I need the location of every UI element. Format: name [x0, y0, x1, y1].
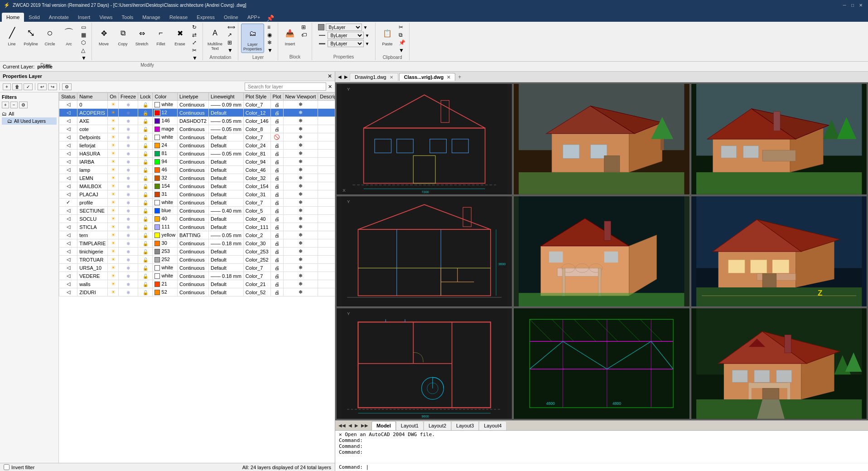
cell-lock[interactable]: 🔓	[138, 158, 153, 166]
cell-new-vp[interactable]: ❄	[283, 150, 318, 158]
viewport-cell-6[interactable]: Z	[691, 196, 867, 307]
table-row[interactable]: ◁ ACOPERIS ☀ ❄ 🔓 12 Continuous Default C…	[59, 109, 335, 117]
viewport-cell-1[interactable]: Y X	[336, 83, 512, 195]
viewport-cell-7[interactable]: Y 9	[336, 308, 512, 419]
cell-color[interactable]: 94	[153, 158, 178, 166]
cell-color[interactable]: white	[153, 199, 178, 207]
more-clipboard-button[interactable]: ▼	[397, 47, 406, 54]
table-row[interactable]: ◁ lamp ☀ ❄ 🔓 46 Continuous Default Color…	[59, 166, 335, 174]
cell-linetype[interactable]: Continuous	[178, 288, 209, 296]
cell-linetype[interactable]: Continuous	[178, 141, 209, 150]
cell-on[interactable]: ☀	[108, 174, 119, 182]
cell-on[interactable]: ☀	[108, 239, 119, 248]
cell-new-vp[interactable]: ❄	[283, 125, 318, 133]
rectangle-button[interactable]: ▭	[80, 24, 89, 31]
cell-lock[interactable]: 🔓	[138, 248, 153, 256]
cell-color[interactable]: white	[153, 101, 178, 109]
cell-color[interactable]: 30	[153, 239, 178, 248]
layer-properties-button[interactable]: 🗂 LayerProperties	[241, 24, 264, 53]
cell-name[interactable]: tern	[77, 231, 108, 239]
cell-plot-style[interactable]: Color_30	[243, 239, 270, 248]
cell-plot-style[interactable]: Color_7	[243, 272, 270, 280]
cell-linetype[interactable]: Continuous	[178, 133, 209, 141]
tab-annotate[interactable]: Annotate	[44, 13, 73, 22]
cell-new-vp[interactable]: ❄	[283, 231, 318, 239]
cell-name[interactable]: URSA_10	[77, 264, 108, 272]
cell-plot[interactable]: 🖨	[270, 150, 283, 158]
cell-name[interactable]: walls	[77, 280, 108, 288]
cell-name[interactable]: VEDERE	[77, 272, 108, 280]
table-row[interactable]: ✓ profile ☀ ❄ 🔓 white Continuous Default…	[59, 199, 335, 207]
cell-on[interactable]: ☀	[108, 166, 119, 174]
close-panel-button[interactable]: ✕	[328, 73, 332, 79]
vp-tab-drawing1[interactable]: Drawing1.dwg ✕	[350, 73, 398, 81]
cell-plot-style[interactable]: Color_24	[243, 141, 270, 150]
cell-on[interactable]: ☀	[108, 182, 119, 190]
cell-name[interactable]: ACOPERIS	[77, 109, 108, 117]
cell-on[interactable]: ☀	[108, 141, 119, 150]
cell-freeze[interactable]: ❄	[118, 280, 138, 288]
table-row[interactable]: ◁ AXE ☀ ❄ 🔓 146 DASHDOT2 —— 0.05 mm Colo…	[59, 117, 335, 125]
col-on[interactable]: On	[108, 93, 119, 101]
table-row[interactable]: ◁ walls ☀ ❄ 🔓 21 Continuous Default Colo…	[59, 280, 335, 288]
multiline-text-button[interactable]: A MultilineText	[206, 24, 224, 52]
cell-lock[interactable]: 🔓	[138, 215, 153, 223]
cell-lineweight[interactable]: —— 0.05 mm	[208, 231, 243, 239]
cell-description[interactable]	[318, 272, 335, 280]
cell-color[interactable]: white	[153, 264, 178, 272]
close-drawing1-button[interactable]: ✕	[390, 75, 393, 80]
cell-new-vp[interactable]: ❄	[283, 182, 318, 190]
cell-lock[interactable]: 🔓	[138, 150, 153, 158]
maximize-button[interactable]: □	[849, 1, 856, 9]
cell-lock[interactable]: 🔓	[138, 288, 153, 296]
cell-name[interactable]: ZIDURI	[77, 288, 108, 296]
cut-button[interactable]: ✂	[397, 24, 406, 31]
filter-all-used-layers[interactable]: 🗂 All Used Layers	[2, 117, 57, 125]
cell-color[interactable]: yellow	[153, 231, 178, 239]
cell-on[interactable]: ☀	[108, 190, 119, 199]
cell-description[interactable]	[318, 117, 335, 125]
tab-manage[interactable]: Manage	[138, 13, 165, 22]
cell-plot-style[interactable]: Color_7	[243, 199, 270, 207]
line-button[interactable]: ╱ Line	[3, 24, 21, 48]
cell-plot[interactable]: 🖨	[270, 190, 283, 199]
cell-lineweight[interactable]: Default	[208, 141, 243, 150]
cell-freeze[interactable]: ❄	[118, 288, 138, 296]
insert-button[interactable]: 📥 Insert	[281, 24, 299, 48]
table-row[interactable]: ◁ SECTIUNE ☀ ❄ 🔓 blue Continuous —— 0.40…	[59, 207, 335, 215]
cell-new-vp[interactable]: ❄	[283, 280, 318, 288]
cell-lock[interactable]: 🔓	[138, 199, 153, 207]
cell-color[interactable]: 81	[153, 150, 178, 158]
cell-lineweight[interactable]: Default	[208, 190, 243, 199]
polyline-button[interactable]: ⤡ Polyline	[22, 24, 40, 48]
paste-button[interactable]: 📋 Paste	[378, 24, 396, 48]
cell-name[interactable]: lieforjat	[77, 141, 108, 150]
cell-freeze[interactable]: ❄	[118, 166, 138, 174]
cell-lock[interactable]: 🔓	[138, 264, 153, 272]
tab-solid[interactable]: Solid	[24, 13, 44, 22]
cell-new-vp[interactable]: ❄	[283, 264, 318, 272]
cell-new-vp[interactable]: ❄	[283, 288, 318, 296]
cell-linetype[interactable]: Continuous	[178, 248, 209, 256]
cell-lock[interactable]: 🔓	[138, 125, 153, 133]
cell-new-vp[interactable]: ❄	[283, 207, 318, 215]
cell-lock[interactable]: 🔓	[138, 166, 153, 174]
cell-plot-style[interactable]: Color_40	[243, 215, 270, 223]
cell-lineweight[interactable]: Default	[208, 223, 243, 231]
cell-plot[interactable]: 🖨	[270, 207, 283, 215]
linetype-dropdown-btn[interactable]: ▼	[365, 33, 370, 38]
define-attrib-button[interactable]: 🏷	[300, 31, 309, 39]
layout-nav-next[interactable]: ▶	[353, 423, 360, 428]
lineweight-select[interactable]: ByLayer	[328, 40, 364, 47]
create-block-button[interactable]: ⊞	[300, 24, 309, 31]
cell-color[interactable]: 21	[153, 280, 178, 288]
more-ann-button[interactable]: ▼	[226, 47, 235, 54]
cell-linetype[interactable]: Continuous	[178, 199, 209, 207]
table-row[interactable]: ◁ tinichigerie ☀ ❄ 🔓 253 Continuous Defa…	[59, 248, 335, 256]
cell-plot[interactable]: 🖨	[270, 174, 283, 182]
cell-name[interactable]: profile	[77, 199, 108, 207]
cell-color[interactable]: white	[153, 272, 178, 280]
cell-plot[interactable]: 🖨	[270, 239, 283, 248]
cell-on[interactable]: ☀	[108, 280, 119, 288]
layer-freeze-button[interactable]: ❄	[266, 39, 275, 46]
